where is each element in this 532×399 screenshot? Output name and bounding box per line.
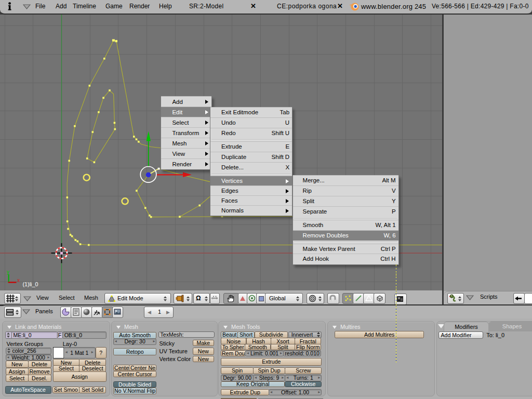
svg-text:y: y [7, 269, 9, 275]
svg-text:x: x [17, 277, 20, 283]
svg-text:(1)li_0: (1)li_0 [23, 281, 38, 287]
